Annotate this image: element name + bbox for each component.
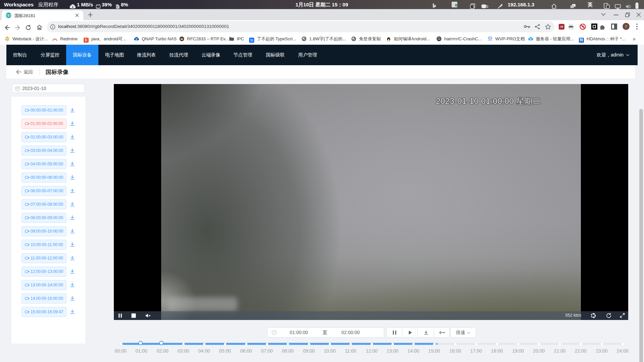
svg-text:WVP-PRO: WVP-PRO <box>488 40 493 41</box>
